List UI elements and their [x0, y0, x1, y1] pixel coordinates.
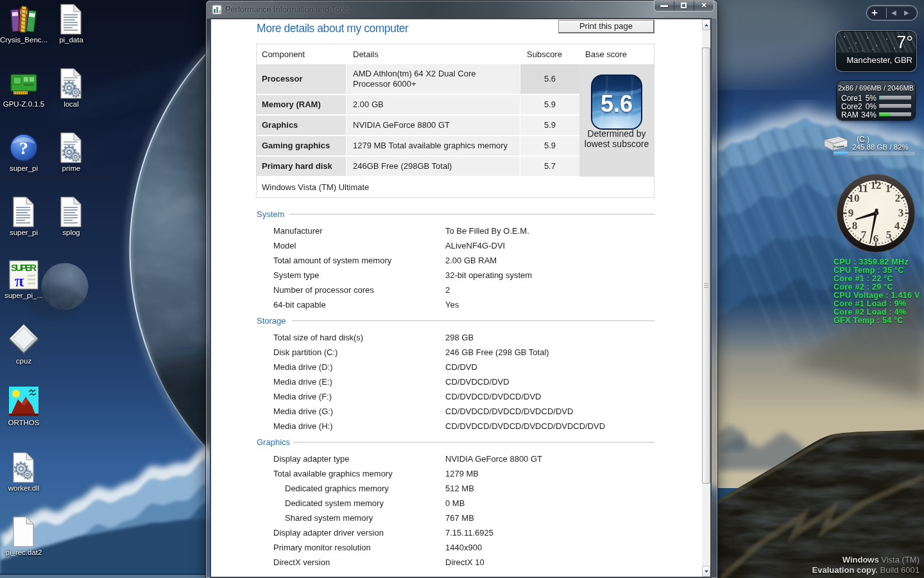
svg-text:5.6: 5.6 — [601, 91, 633, 117]
svg-text:9: 9 — [848, 207, 854, 219]
svg-text:8: 8 — [852, 220, 858, 232]
svg-text:1: 1 — [886, 182, 891, 195]
svg-text:5: 5 — [886, 229, 892, 241]
svg-text:π: π — [15, 272, 24, 290]
svg-text:12: 12 — [871, 179, 882, 191]
svg-text:6: 6 — [873, 232, 879, 245]
svg-text:4: 4 — [894, 220, 900, 232]
svg-text:3: 3 — [898, 207, 904, 219]
svg-text:7: 7 — [861, 229, 867, 241]
svg-text:?: ? — [19, 138, 28, 158]
svg-text:11: 11 — [858, 182, 868, 195]
svg-text:2: 2 — [895, 192, 901, 204]
